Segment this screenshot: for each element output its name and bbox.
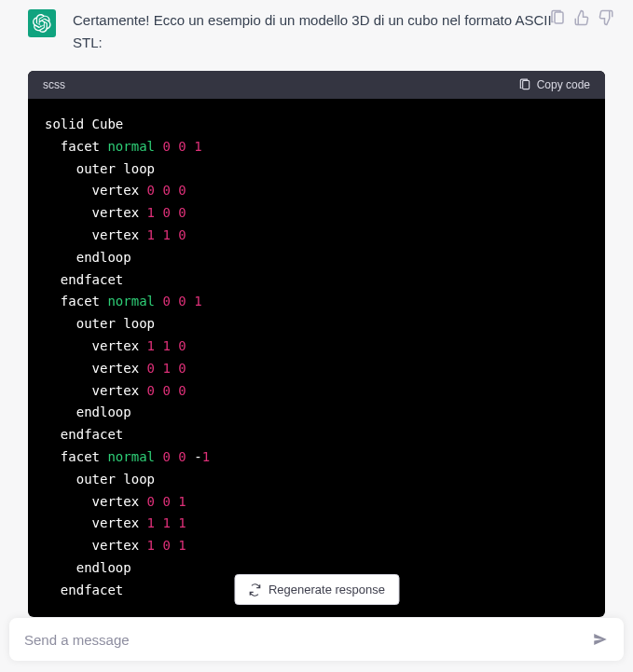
- message-text: Certamente! Ecco un esempio di un modell…: [73, 9, 605, 54]
- copy-code-button[interactable]: Copy code: [518, 78, 590, 91]
- clipboard-icon[interactable]: [549, 9, 566, 26]
- copy-code-label: Copy code: [537, 78, 590, 91]
- thumbs-up-icon[interactable]: [573, 9, 590, 26]
- message-input[interactable]: [24, 632, 592, 648]
- message-content: Certamente! Ecco un esempio di un modell…: [73, 9, 605, 617]
- code-language-label: scss: [43, 78, 65, 91]
- thumbs-down-icon[interactable]: [598, 9, 614, 26]
- assistant-avatar: [28, 9, 56, 37]
- clipboard-icon: [518, 78, 531, 91]
- svg-rect-1: [555, 12, 563, 23]
- openai-logo-icon: [33, 14, 51, 33]
- refresh-icon: [248, 583, 261, 597]
- message-input-bar: [9, 618, 624, 661]
- assistant-message: Certamente! Ecco un esempio di un modell…: [0, 0, 633, 617]
- regenerate-label: Regenerate response: [268, 583, 385, 597]
- code-header: scss Copy code: [28, 71, 605, 99]
- code-block: scss Copy code solid Cube facet normal 0…: [28, 71, 605, 617]
- code-content: solid Cube facet normal 0 0 1 outer loop…: [28, 99, 605, 617]
- svg-rect-0: [522, 80, 529, 89]
- send-icon[interactable]: [592, 631, 609, 648]
- message-actions: [549, 9, 614, 26]
- regenerate-button[interactable]: Regenerate response: [234, 574, 399, 605]
